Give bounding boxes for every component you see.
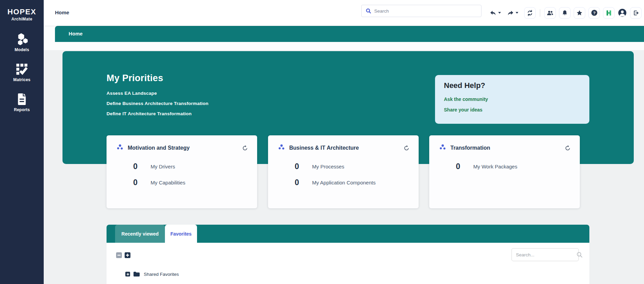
svg-text:?: ? (593, 11, 595, 15)
sidebar-item-label: Models (0, 47, 44, 52)
tab-recently-viewed[interactable]: Recently viewed (115, 225, 165, 243)
search-icon (366, 8, 371, 14)
metric-row: 0 My Work Packages (456, 161, 517, 171)
help-button[interactable]: ? (588, 7, 600, 19)
ask-community-link[interactable]: Ask the community (444, 96, 580, 102)
top-bar: Home (44, 0, 644, 26)
tree-search-icon[interactable] (576, 252, 583, 258)
card-motivation-strategy: Motivation and Strategy 0 My Drivers 0 M… (107, 135, 257, 208)
priority-link-it-architecture[interactable]: Define IT Architecture Transformation (107, 111, 208, 116)
card-title: Motivation and Strategy (128, 145, 237, 151)
cluster-icon (278, 144, 285, 152)
collapse-all-icon[interactable] (116, 252, 122, 258)
brand-name: HOPEX (0, 8, 44, 16)
card-transformation: Transformation 0 My Work Packages (429, 135, 580, 208)
product-name: ArchiMate (0, 17, 44, 21)
metric-count: 0 (456, 162, 465, 171)
card-business-it-architecture: Business & IT Architecture 0 My Processe… (268, 135, 419, 208)
account-button[interactable] (618, 8, 627, 17)
expand-node-icon[interactable] (125, 272, 130, 276)
favorites-tabbar: Recently viewed Favorites (107, 225, 589, 243)
metric-row: 0 My Drivers (133, 161, 175, 171)
sync-button[interactable] (524, 7, 536, 19)
hopex-store-button[interactable] (603, 7, 615, 19)
card-header: Business & IT Architecture (278, 144, 410, 152)
tab-favorites[interactable]: Favorites (165, 225, 197, 243)
redo-dropdown-caret[interactable] (516, 12, 518, 14)
tree-search-input[interactable] (516, 252, 576, 257)
sidebar-item-matrices[interactable]: Matrices (0, 63, 44, 82)
favorites-button[interactable] (574, 7, 585, 19)
refresh-icon[interactable] (564, 145, 571, 151)
priority-links: Assess EA Landscape Define Business Arch… (107, 91, 208, 121)
sidebar-item-reports[interactable]: Reports (0, 93, 44, 112)
undo-button[interactable] (489, 10, 501, 16)
toolbar: ? (489, 0, 642, 26)
reports-icon (0, 93, 44, 106)
metric-label[interactable]: My Work Packages (473, 164, 517, 169)
app-logo: HOPEX ArchiMate (0, 0, 44, 21)
tree-node-label[interactable]: Shared Favorites (144, 272, 179, 277)
folder-icon (133, 271, 140, 277)
expand-all-icon[interactable] (125, 252, 130, 258)
models-icon (0, 33, 44, 46)
logout-button[interactable] (630, 7, 642, 19)
need-help-card: Need Help? Ask the community Share your … (435, 75, 589, 124)
metric-count: 0 (295, 162, 304, 171)
sidebar: HOPEX ArchiMate Models Matrices (0, 0, 44, 284)
card-title: Transformation (450, 145, 560, 151)
priority-link-assess-ea[interactable]: Assess EA Landscape (107, 91, 208, 96)
redo-button[interactable] (507, 10, 518, 16)
refresh-icon[interactable] (403, 145, 410, 151)
sidebar-item-models[interactable]: Models (0, 33, 44, 52)
matrices-icon (0, 63, 44, 76)
hero-title: My Priorities (107, 73, 163, 84)
metric-count: 0 (295, 178, 304, 187)
metric-row: 0 My Application Components (295, 177, 376, 188)
page-banner: Home (55, 26, 644, 42)
card-header: Transformation (439, 144, 571, 152)
metric-label[interactable]: My Drivers (151, 164, 175, 169)
card-title: Business & IT Architecture (289, 145, 399, 151)
metric-label[interactable]: My Processes (312, 164, 344, 169)
priority-link-business-architecture[interactable]: Define Business Architecture Transformat… (107, 101, 208, 106)
cluster-icon (117, 144, 123, 152)
share-ideas-link[interactable]: Share your ideas (444, 107, 580, 113)
metric-count: 0 (133, 178, 143, 187)
toolbar-separator (540, 9, 540, 17)
need-help-title: Need Help? (444, 81, 580, 90)
page-banner-title: Home (55, 26, 644, 42)
search-input[interactable] (374, 9, 477, 14)
undo-dropdown-caret[interactable] (498, 12, 501, 14)
refresh-icon[interactable] (242, 145, 248, 151)
metric-count: 0 (133, 162, 143, 171)
sidebar-item-label: Matrices (0, 77, 44, 82)
notifications-button[interactable] (559, 7, 571, 19)
sidebar-item-label: Reports (0, 107, 44, 112)
cluster-icon (439, 144, 446, 152)
global-search[interactable] (361, 5, 481, 17)
metric-row: 0 My Processes (295, 161, 344, 171)
metric-label[interactable]: My Application Components (312, 180, 376, 185)
tree-controls (116, 252, 130, 258)
breadcrumb[interactable]: Home (55, 10, 69, 15)
metric-row: 0 My Capabilities (133, 177, 185, 188)
card-header: Motivation and Strategy (117, 144, 248, 152)
favorites-panel: Shared Favorites (107, 243, 589, 284)
metric-label[interactable]: My Capabilities (151, 180, 185, 185)
users-button[interactable] (544, 7, 556, 19)
tree-search[interactable] (512, 248, 579, 261)
tree-node-shared-favorites[interactable]: Shared Favorites (125, 271, 179, 277)
